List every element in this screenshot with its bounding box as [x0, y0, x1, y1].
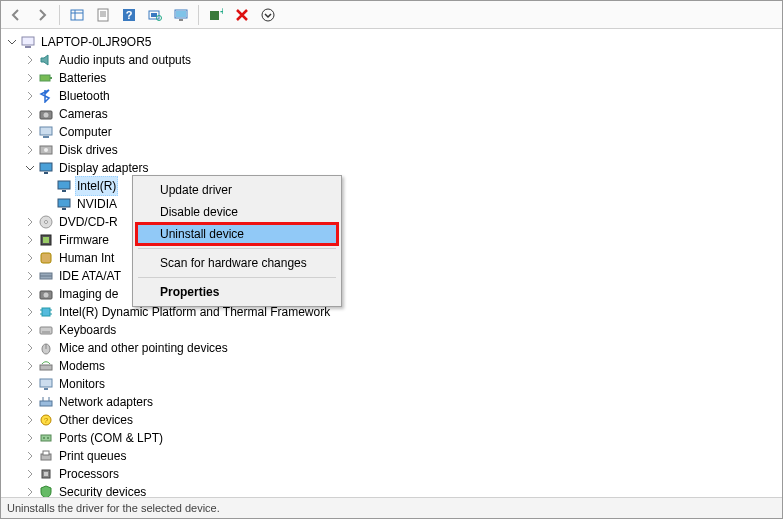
chevron-right-icon[interactable]	[23, 323, 37, 337]
tree-category-batteries[interactable]: Batteries	[23, 69, 782, 87]
category-label[interactable]: Disk drives	[57, 141, 120, 159]
chevron-right-icon[interactable]	[23, 89, 37, 103]
svg-rect-54	[44, 388, 48, 390]
chevron-right-icon[interactable]	[23, 395, 37, 409]
chevron-right-icon[interactable]	[23, 359, 37, 373]
tree-category-other[interactable]: ?Other devices	[23, 411, 782, 429]
show-hidden-button[interactable]	[66, 4, 88, 26]
category-label[interactable]: Monitors	[57, 375, 107, 393]
keyboard-icon	[38, 322, 54, 338]
display-icon	[38, 160, 54, 176]
device-tree[interactable]: LAPTOP-0LJR9OR5 Audio inputs and outputs…	[1, 29, 782, 497]
chevron-right-icon[interactable]	[23, 107, 37, 121]
category-label[interactable]: Modems	[57, 357, 107, 375]
context-menu-item[interactable]: Uninstall device	[136, 223, 338, 245]
chevron-right-icon[interactable]	[23, 341, 37, 355]
chevron-right-icon[interactable]	[23, 269, 37, 283]
tree-category-computer[interactable]: Computer	[23, 123, 782, 141]
tree-category-modems[interactable]: Modems	[23, 357, 782, 375]
back-button[interactable]	[5, 4, 27, 26]
chevron-right-icon[interactable]	[23, 485, 37, 497]
tree-category-network[interactable]: Network adapters	[23, 393, 782, 411]
svg-point-42	[44, 293, 49, 298]
tree-category-cameras[interactable]: Cameras	[23, 105, 782, 123]
view-menu-button[interactable]	[257, 4, 279, 26]
chevron-right-icon[interactable]	[23, 125, 37, 139]
category-label[interactable]: Human Int	[57, 249, 116, 267]
chevron-right-icon[interactable]	[23, 233, 37, 247]
category-label[interactable]: Mice and other pointing devices	[57, 339, 230, 357]
category-label[interactable]: IDE ATA/AT	[57, 267, 123, 285]
svg-rect-38	[41, 253, 51, 263]
properties-toolbar-button[interactable]	[92, 4, 114, 26]
context-menu-item[interactable]: Scan for hardware changes	[136, 252, 338, 274]
chevron-right-icon[interactable]	[23, 71, 37, 85]
chevron-right-icon[interactable]	[23, 53, 37, 67]
category-label[interactable]: Firmware	[57, 231, 111, 249]
tree-category-processors[interactable]: Processors	[23, 465, 782, 483]
category-label[interactable]: Cameras	[57, 105, 110, 123]
tree-category-security[interactable]: Security devices	[23, 483, 782, 497]
chevron-down-icon[interactable]	[23, 161, 37, 175]
svg-rect-37	[43, 237, 49, 243]
chevron-down-icon[interactable]	[5, 35, 19, 49]
svg-rect-29	[44, 172, 48, 174]
chevron-right-icon[interactable]	[23, 215, 37, 229]
category-label[interactable]: Batteries	[57, 69, 108, 87]
tree-category-bluetooth[interactable]: Bluetooth	[23, 87, 782, 105]
root-label[interactable]: LAPTOP-0LJR9OR5	[39, 33, 154, 51]
scan-button[interactable]	[144, 4, 166, 26]
svg-point-23	[44, 113, 49, 118]
chevron-right-icon[interactable]	[23, 251, 37, 265]
firmware-icon	[38, 232, 54, 248]
category-label[interactable]: Computer	[57, 123, 114, 141]
add-legacy-button[interactable]: +	[205, 4, 227, 26]
svg-text:+: +	[220, 8, 223, 17]
category-label[interactable]: Network adapters	[57, 393, 155, 411]
chevron-right-icon[interactable]	[23, 305, 37, 319]
category-label[interactable]: Other devices	[57, 411, 135, 429]
context-menu-item[interactable]: Update driver	[136, 179, 338, 201]
tree-category-keyboards[interactable]: Keyboards	[23, 321, 782, 339]
scan-icon	[148, 8, 162, 22]
category-label[interactable]: Processors	[57, 465, 121, 483]
modem-icon	[38, 358, 54, 374]
chevron-right-icon[interactable]	[23, 143, 37, 157]
svg-rect-48	[40, 327, 52, 334]
context-menu-separator	[138, 248, 336, 249]
tree-category-mice[interactable]: Mice and other pointing devices	[23, 339, 782, 357]
update-driver-toolbar-button[interactable]	[170, 4, 192, 26]
tree-category-printq[interactable]: Print queues	[23, 447, 782, 465]
tree-category-monitors[interactable]: Monitors	[23, 375, 782, 393]
chevron-right-icon[interactable]	[23, 467, 37, 481]
uninstall-toolbar-button[interactable]	[231, 4, 253, 26]
tree-category-diskdrives[interactable]: Disk drives	[23, 141, 782, 159]
svg-rect-25	[43, 136, 49, 138]
help-button[interactable]: ?	[118, 4, 140, 26]
category-label[interactable]: Bluetooth	[57, 87, 112, 105]
chevron-right-icon[interactable]	[23, 287, 37, 301]
svg-text:?: ?	[44, 416, 49, 425]
chevron-right-icon[interactable]	[23, 413, 37, 427]
chevron-right-icon[interactable]	[23, 377, 37, 391]
forward-button[interactable]	[31, 4, 53, 26]
category-label[interactable]: Security devices	[57, 483, 148, 497]
svg-point-62	[47, 437, 49, 439]
context-menu-item[interactable]: Disable device	[136, 201, 338, 223]
chevron-right-icon[interactable]	[23, 431, 37, 445]
tree-root[interactable]: LAPTOP-0LJR9OR5 Audio inputs and outputs…	[5, 33, 782, 497]
device-label[interactable]: NVIDIA	[75, 195, 119, 213]
chevron-right-icon[interactable]	[23, 449, 37, 463]
category-label[interactable]: Print queues	[57, 447, 128, 465]
disk-icon	[38, 142, 54, 158]
category-label[interactable]: DVD/CD-R	[57, 213, 120, 231]
context-menu-item[interactable]: Properties	[136, 281, 338, 303]
category-label[interactable]: Imaging de	[57, 285, 120, 303]
device-label[interactable]: Intel(R)	[75, 176, 118, 196]
category-label[interactable]: Audio inputs and outputs	[57, 51, 193, 69]
hid-icon	[38, 250, 54, 266]
category-label[interactable]: Ports (COM & LPT)	[57, 429, 165, 447]
tree-category-audio[interactable]: Audio inputs and outputs	[23, 51, 782, 69]
category-label[interactable]: Keyboards	[57, 321, 118, 339]
tree-category-ports[interactable]: Ports (COM & LPT)	[23, 429, 782, 447]
